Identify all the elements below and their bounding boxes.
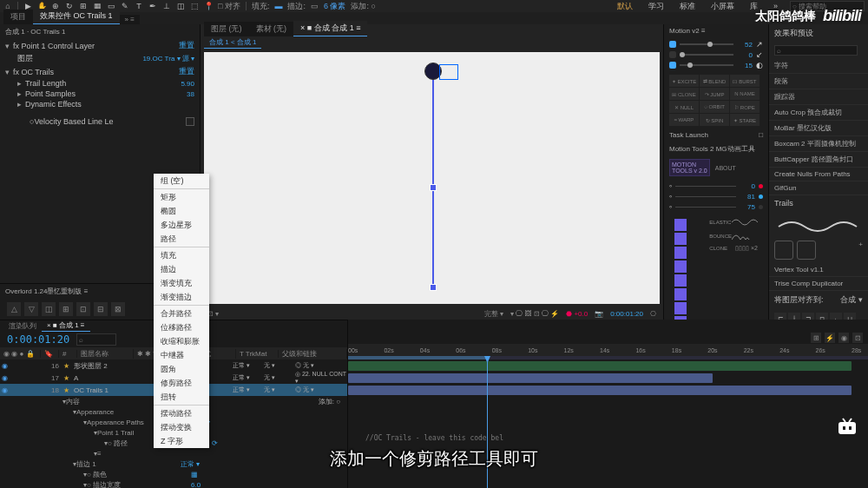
timeline-opt-1[interactable]: ⊞	[811, 333, 821, 343]
workspace-small[interactable]: 小屏幕	[707, 0, 738, 13]
fill-swatch[interactable]: ▬	[274, 2, 282, 10]
snap-checkbox[interactable]: □ 对齐	[218, 1, 240, 12]
panel-createnulls[interactable]: Create Nulls From Paths	[769, 168, 868, 181]
overlord-btn-4[interactable]: ⊞	[59, 302, 73, 316]
snapshot-icon[interactable]: 📷	[595, 310, 603, 318]
viewer-breadcrumb[interactable]: 合成 1 < 合成 1	[204, 36, 261, 49]
motion-btn-orbit[interactable]: ○ ORBIT	[700, 101, 729, 113]
align-target-dropdown[interactable]: 合成 ▾	[840, 294, 863, 306]
path-handle[interactable]	[430, 184, 437, 191]
preview-time[interactable]: 0:00:01:20	[610, 310, 643, 318]
context-menu-item[interactable]: 扭转	[154, 390, 209, 404]
timeline-tracks[interactable]: ⊞ ⚡ ◉ ⊡ 00s02s04s06s08s10s12s14s16s18s20…	[348, 320, 868, 488]
puppet-tool-icon[interactable]: 📍	[204, 2, 213, 10]
motion-btn-stare[interactable]: ✦ STARE	[730, 114, 760, 126]
context-menu-item[interactable]: 路径	[154, 232, 209, 246]
task-launch-box[interactable]: □	[759, 131, 763, 139]
panel-boxcam[interactable]: Boxcam 2 平面摄像机控制	[769, 136, 868, 152]
viewer-tab-layer[interactable]: 图层 (无)	[204, 22, 249, 36]
context-menu-item[interactable]: 位移路径	[154, 320, 209, 334]
add-label[interactable]: 添加: ○	[351, 1, 375, 12]
effect-row-oc-trails[interactable]: ▾fx OC Trails重置	[0, 65, 200, 78]
track-bar-16[interactable]	[348, 361, 852, 371]
track-bar-17[interactable]	[348, 373, 713, 383]
mt2-dot-row-2[interactable]: ◦81	[669, 191, 763, 201]
vertex-head[interactable]: Vertex Tool v1.1	[769, 263, 868, 277]
panel-char[interactable]: 字符	[769, 58, 868, 74]
time-ruler[interactable]: 00s02s04s06s08s10s12s14s16s18s20s22s24s2…	[348, 344, 868, 356]
context-menu-item[interactable]: 填充	[154, 248, 209, 262]
resolution-dropdown[interactable]: 完整 ▾	[484, 309, 503, 319]
tab-project[interactable]: 项目	[3, 10, 33, 24]
overlord-btn-7[interactable]: ⊠	[111, 302, 125, 316]
overlord-btn-1[interactable]: △	[7, 302, 21, 316]
mask-toggle[interactable]: ⬣ +0.0	[566, 310, 588, 318]
motion-btn-jump[interactable]: ↷ JUMP	[700, 88, 729, 100]
viewer-canvas[interactable]	[204, 52, 660, 304]
motion-btn-blend[interactable]: ⇄ BLEND	[700, 75, 729, 87]
workspace-more[interactable]: »	[770, 1, 781, 11]
viewer-tab-comp[interactable]: × ■ 合成 合成 1 ≡	[293, 21, 367, 36]
effect-prop-velocity[interactable]: ○Velocity Based Line Le	[0, 116, 200, 127]
workspace-learn[interactable]: 学习	[645, 0, 667, 13]
pen-tool-icon[interactable]: ✎	[121, 2, 129, 10]
panel-mobar[interactable]: MoBar 墨忆汉化版	[769, 121, 868, 136]
context-menu-item[interactable]: 组 (空)	[154, 174, 209, 188]
context-menu-item[interactable]: 摆动变换	[154, 420, 209, 434]
motion-btn-name[interactable]: N NAME	[730, 88, 760, 100]
motion-btn-warp[interactable]: ≈ WARP	[669, 114, 699, 126]
motion-slider-2[interactable]: 0↙	[669, 49, 763, 60]
layer-prop[interactable]: ▾ ○ 颜色▦	[0, 469, 347, 479]
playhead[interactable]	[487, 359, 488, 488]
overlord-btn-6[interactable]: ⊟	[94, 302, 108, 316]
channel-icon[interactable]: ▾ 🖵 🖾 ⊡ 🖵 ⚡	[510, 310, 559, 318]
panel-autocrop[interactable]: Auto Crop 预合成裁切	[769, 105, 868, 121]
tab-comp1[interactable]: × ■ 合成 1 ≡	[42, 320, 90, 332]
effect-prop-dynamic[interactable]: ▸Dynamic Effects	[0, 99, 200, 109]
timeline-opt-4[interactable]: ⊡	[852, 333, 863, 343]
text-tool-icon[interactable]: T	[135, 2, 143, 10]
motion-slider-1[interactable]: 52↗	[669, 39, 763, 49]
motion-btn-null[interactable]: ✕ NULL	[669, 101, 699, 113]
effects-search-input[interactable]	[774, 45, 858, 56]
trise-head[interactable]: Trise Comp Duplicator	[769, 277, 868, 291]
context-menu-item[interactable]: 渐变填充	[154, 276, 209, 290]
context-menu-item[interactable]: 修剪路径	[154, 376, 209, 390]
mt2-mode-clone[interactable]: CLONE▯▯▯▯ ×2	[704, 243, 763, 254]
layer-prop[interactable]: ▾ ≡	[0, 448, 347, 458]
motion-btn-burst[interactable]: ⊡ BURST	[730, 75, 760, 87]
effect-prop-layer[interactable]: 图层19.OC Tra ▾ 源 ▾	[0, 52, 200, 65]
context-menu-item[interactable]: Z 字形	[154, 434, 209, 448]
context-menu-item[interactable]: 渐变描边	[154, 290, 209, 304]
stroke-width[interactable]: 6 像素	[324, 1, 346, 12]
motion-btn-spin[interactable]: ↻ SPIN	[700, 114, 729, 126]
context-menu-item[interactable]: 中继器	[154, 348, 209, 362]
brush-tool-icon[interactable]: ✒	[148, 2, 157, 10]
context-menu-item[interactable]: 圆角	[154, 362, 209, 376]
viewer-tab-footage[interactable]: 素材 (无)	[249, 22, 294, 36]
effect-prop-point-samples[interactable]: ▸Point Samples38	[0, 89, 200, 99]
camera-icon[interactable]: ⎔	[650, 310, 656, 318]
context-menu-item[interactable]: 描边	[154, 262, 209, 276]
context-menu-item[interactable]: 合并路径	[154, 307, 209, 320]
eraser-tool-icon[interactable]: ◫	[176, 2, 185, 10]
current-time[interactable]: 0:00:01:20	[0, 332, 76, 347]
context-menu-item[interactable]: 摆动路径	[154, 406, 209, 420]
context-menu-item[interactable]: 矩形	[154, 190, 209, 204]
stroke-swatch[interactable]: ▭	[311, 2, 319, 10]
effect-row-point-control[interactable]: ▾fx Point 1 Control Layer重置	[0, 39, 200, 52]
trails-preset-2[interactable]	[797, 241, 816, 260]
mt2-mode-bounce[interactable]: BOUNCE	[704, 229, 763, 243]
panel-gifgun[interactable]: GifGun	[769, 181, 868, 195]
tab-effect-controls[interactable]: 效果控件 OC Trails 1	[33, 9, 120, 24]
workspace-library[interactable]: 库	[746, 0, 761, 13]
mt2-mode-elastic[interactable]: ELASTIC	[704, 215, 763, 229]
layer-search-input[interactable]	[76, 333, 116, 346]
overlord-btn-2[interactable]: ▽	[24, 302, 38, 316]
context-menu-item[interactable]: 收缩和膨胀	[154, 334, 209, 348]
timeline-opt-2[interactable]: ⚡	[825, 333, 835, 343]
mt2-dot-row-3[interactable]: ◦75	[669, 201, 763, 212]
motion-btn-clone[interactable]: ⊞ CLONE	[669, 88, 699, 100]
stamp-tool-icon[interactable]: ⊥	[162, 2, 171, 10]
panel-tracker[interactable]: 跟踪器	[769, 89, 868, 105]
